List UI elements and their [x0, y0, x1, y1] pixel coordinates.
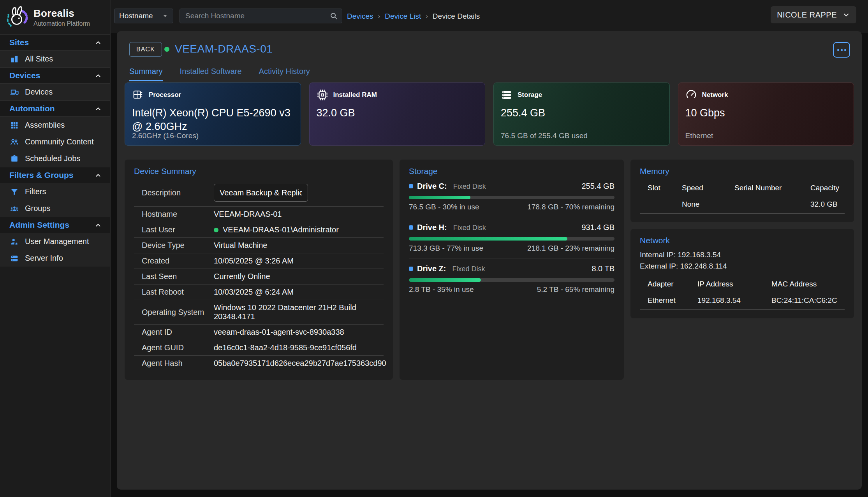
card-value: 32.0 GB	[317, 106, 478, 120]
row-label: Operating System	[142, 308, 214, 317]
search-category-select[interactable]: Hostname	[114, 9, 173, 23]
user-menu[interactable]: NICOLE RAPPE	[771, 6, 856, 23]
sidebar-item-filters[interactable]: Filters	[0, 183, 110, 200]
tab-activity-history[interactable]: Activity History	[259, 67, 310, 81]
sidebar-section-filters-groups[interactable]: Filters & Groups	[0, 167, 110, 183]
row-label: Created	[142, 256, 214, 265]
sidebar-item-devices[interactable]: Devices	[0, 84, 110, 100]
card-label: Storage	[518, 91, 542, 99]
row-label: Description	[142, 188, 214, 197]
tab-summary[interactable]: Summary	[129, 67, 163, 81]
table-row: Created 10/05/2025 @ 3:26 AM	[134, 253, 384, 269]
sidebar-section-automation[interactable]: Automation	[0, 100, 110, 117]
card-subtext: Ethernet	[685, 132, 713, 140]
grid-icon	[10, 121, 19, 130]
drive-usage-bar	[409, 278, 614, 282]
sidebar-item-community-content[interactable]: Community Content	[0, 133, 110, 150]
row-value: 05ba0e7935171d626ecea29b27d7ae175363cd90	[214, 359, 386, 368]
search-box	[180, 9, 342, 23]
storage-panel: Storage Drive C: Fixed Disk 255.4 GB 76.…	[400, 160, 624, 380]
drive-used: 713.3 GB - 77% in use	[409, 244, 483, 253]
sidebar-section-sites[interactable]: Sites	[0, 34, 110, 51]
sidebar-item-label: Filters	[25, 187, 46, 196]
table-row: Hostname VEEAM-DRAAS-01	[134, 207, 384, 222]
column-header: Speed	[682, 184, 734, 192]
sidebar-item-user-management[interactable]: User Management	[0, 233, 110, 250]
device-title: VEEAM-DRAAS-01	[164, 43, 273, 55]
row-value: VEEAM-DRAAS-01\Administrator	[223, 225, 339, 234]
back-button[interactable]: BACK	[129, 42, 162, 57]
brand-text: Borealis Automation Platform	[33, 7, 90, 27]
sidebar-item-assemblies[interactable]: Assemblies	[0, 117, 110, 133]
sidebar-section-admin-settings[interactable]: Admin Settings	[0, 217, 110, 233]
card-value: Intel(R) Xeon(R) CPU E5-2690 v3 @ 2.60GH…	[132, 106, 294, 133]
row-label: Hostname	[142, 210, 214, 219]
internal-ip: Internal IP: 192.168.3.54	[640, 249, 845, 260]
column-header: MAC Address	[771, 280, 845, 288]
borealis-rabbit-logo	[5, 5, 29, 29]
memory-panel: Memory Slot Speed Serial Number Capacity…	[630, 160, 854, 222]
panel-title: Network	[640, 236, 845, 245]
breadcrumb-current: Device Details	[433, 12, 480, 21]
tab-installed-software[interactable]: Installed Software	[180, 67, 242, 81]
drive-row-z: Drive Z: Fixed Disk 8.0 TB 2.8 TB - 35% …	[409, 258, 614, 299]
breadcrumb: Devices › Device List › Device Details	[347, 0, 480, 33]
search-icon	[329, 12, 338, 20]
search-category-value: Hostname	[119, 12, 153, 20]
cell-adapter: Ethernet	[648, 296, 697, 305]
external-ip: External IP: 162.248.8.114	[640, 260, 845, 272]
card-label: Processor	[149, 91, 181, 99]
drive-remaining: 5.2 TB - 65% remaining	[537, 285, 614, 294]
device-summary-table: Description Hostname VEEAM-DRAAS-01 Last…	[134, 180, 384, 371]
table-row: Last User VEEAM-DRAAS-01\Administrator	[134, 222, 384, 238]
card-subtext: 2.60GHz (16-Cores)	[132, 132, 199, 140]
breadcrumb-device-list[interactable]: Device List	[385, 12, 421, 21]
row-label: Agent Hash	[142, 359, 214, 368]
column-header: Serial Number	[734, 184, 810, 192]
drive-icon	[409, 184, 413, 188]
brand-header: Borealis Automation Platform	[0, 0, 110, 34]
breadcrumb-devices[interactable]: Devices	[347, 12, 373, 21]
description-input[interactable]	[214, 184, 308, 202]
sidebar-item-label: Community Content	[25, 137, 94, 146]
brand-subtitle: Automation Platform	[33, 20, 90, 27]
row-label: Device Type	[142, 241, 214, 250]
table-row: Description	[134, 180, 384, 207]
more-options-button[interactable]	[833, 42, 850, 58]
building-icon	[10, 55, 19, 63]
table-row: None 32.0 GB	[640, 196, 845, 214]
table-row: Agent GUID de16c0c1-8aa2-4d18-9585-9ce91…	[134, 340, 384, 356]
right-column: Memory Slot Speed Serial Number Capacity…	[630, 160, 854, 318]
table-row: Device Type Virtual Machine	[134, 238, 384, 253]
section-label: Admin Settings	[9, 220, 69, 230]
sidebar-section-devices[interactable]: Devices	[0, 67, 110, 84]
card-value: 255.4 GB	[501, 106, 662, 120]
table-row: Last Reboot 10/03/2025 @ 6:24 AM	[134, 285, 384, 300]
chevron-down-icon	[842, 11, 850, 19]
sidebar-item-all-sites[interactable]: All Sites	[0, 51, 110, 67]
column-header: Slot	[648, 184, 682, 192]
server-icon	[10, 254, 19, 263]
sidebar-item-scheduled-jobs[interactable]: Scheduled Jobs	[0, 150, 110, 167]
processor-card: Processor Intel(R) Xeon(R) CPU E5-2690 v…	[125, 83, 301, 146]
search-input[interactable]	[185, 12, 329, 20]
detail-panels: Device Summary Description Hostname VEEA…	[125, 160, 854, 380]
row-label: Agent GUID	[142, 343, 214, 352]
chevron-up-icon	[95, 39, 102, 46]
card-value: 10 Gbps	[685, 106, 847, 120]
drive-name: Drive Z:	[417, 264, 446, 273]
sidebar-item-groups[interactable]: Groups	[0, 200, 110, 217]
drive-row-h: Drive H: Fixed Disk 931.4 GB 713.3 GB - …	[409, 217, 614, 258]
section-label: Automation	[9, 104, 55, 113]
panel-title: Device Summary	[134, 167, 384, 176]
breadcrumb-separator: ›	[378, 12, 380, 20]
drive-used: 76.5 GB - 30% in use	[409, 203, 479, 211]
card-label: Installed RAM	[333, 91, 377, 99]
device-details-panel: BACK VEEAM-DRAAS-01 Summary Installed So…	[117, 31, 862, 490]
online-status-dot	[164, 47, 169, 52]
network-card: Network 10 Gbps Ethernet	[678, 83, 854, 146]
drive-used: 2.8 TB - 35% in use	[409, 285, 474, 294]
breadcrumb-separator: ›	[426, 12, 428, 20]
column-header: Adapter	[648, 280, 697, 288]
sidebar-item-server-info[interactable]: Server Info	[0, 250, 110, 267]
